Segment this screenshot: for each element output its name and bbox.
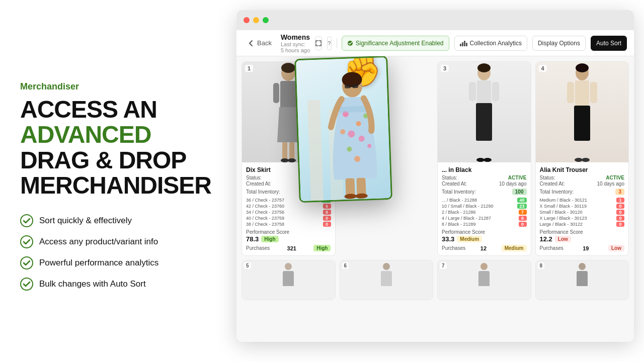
bottom-card-8-img: 8	[536, 260, 629, 300]
variant-row: 8 / Black - 21289 0	[442, 221, 527, 227]
card-4-purchases-badge: Low	[608, 245, 624, 251]
auto-sort-button[interactable]: Auto Sort	[591, 36, 627, 51]
card-3-inventory: Total Inventory: 100	[442, 189, 527, 195]
card-1-status-label: Status:	[246, 175, 262, 180]
svg-point-23	[576, 63, 589, 72]
variant-row: ... / Black - 21288 40	[442, 197, 527, 203]
bottom-card-5-num: 5	[244, 262, 251, 269]
variant-row: 38 / Check - 23758 0	[246, 221, 331, 227]
minimize-button[interactable]	[253, 17, 259, 23]
card-3-purchases-val: 12	[480, 245, 487, 251]
variant-label: Medium / Black - 30121	[540, 198, 588, 203]
variant-label: 10 / Small / Black - 21290	[442, 204, 494, 209]
variant-label: X Large / Black - 30123	[540, 216, 587, 221]
svg-rect-49	[356, 178, 366, 196]
card-1-purchases-badge: High	[313, 245, 331, 251]
card-3-perf-score-row: 33.3 Medium	[442, 235, 527, 243]
bottom-card-7[interactable]: 7	[437, 260, 531, 300]
display-options-button[interactable]: Display Options	[532, 36, 586, 51]
expand-button[interactable]	[315, 36, 322, 50]
sig-btn-label: Significance Adjustment Enabled	[356, 40, 444, 47]
card-3-created: Created At: 10 days ago	[442, 181, 527, 187]
close-button[interactable]	[244, 17, 250, 23]
variant-label: 42 / Check - 23760	[246, 204, 284, 209]
variant-count: 0	[519, 222, 527, 227]
card-3-info: ... in Black Status: ACTIVE Created At: …	[438, 162, 531, 255]
variant-row: 34 / Check - 23756 8	[246, 209, 331, 215]
check-icon-3	[20, 256, 33, 269]
variant-row: 2 / Black - 21286 7	[442, 209, 527, 215]
variant-count: 6	[519, 216, 527, 221]
browser-window: Back Womens Last sync: 5 hours ago ?	[236, 10, 634, 342]
card-1-purchases: Purchases 321 High	[246, 245, 331, 251]
variant-row: 4 / Large / Black - 21287 6	[442, 215, 527, 221]
back-button[interactable]: Back	[244, 37, 276, 49]
collection-analytics-button[interactable]: Collection Analytics	[454, 36, 527, 51]
bottom-card-5-img: 5	[242, 260, 335, 300]
card-4-perf-badge: Low	[555, 236, 571, 242]
variant-row: Medium / Black - 30121 1	[540, 197, 625, 203]
card-3-variants: ... / Black - 21288 40 10 / Small / Blac…	[442, 197, 527, 227]
sig-check-icon	[347, 40, 353, 46]
title-area: Womens Last sync: 5 hours ago	[281, 33, 310, 53]
variant-label: 36 / Check - 23757	[246, 198, 284, 203]
card-3-created-label: Created At:	[442, 181, 467, 187]
card-4-status: Status: ACTIVE	[540, 175, 625, 180]
bottom-card-8-num: 8	[538, 262, 545, 269]
variant-row: 10 / Small / Black - 21290 23	[442, 203, 527, 209]
variant-count: 0	[616, 210, 624, 215]
card-1-inv-label: Total Inventory:	[246, 189, 280, 195]
card-1-purchases-val: 321	[287, 245, 296, 251]
headline-line1: ACCESS AN	[20, 96, 157, 123]
variant-count: 0	[323, 216, 331, 221]
dragged-card-image: ✊	[296, 57, 391, 201]
feature-4: Bulk changes with Auto Sort	[20, 278, 216, 291]
bottom-card-6[interactable]: 6	[340, 260, 434, 300]
card-1-purchases-label: Purchases	[246, 245, 270, 251]
svg-rect-27	[590, 82, 597, 103]
help-button[interactable]: ?	[327, 36, 332, 50]
significance-adjustment-button[interactable]: Significance Adjustment Enabled	[342, 36, 449, 51]
card-3-status-label: Status:	[442, 175, 457, 180]
card-4-purchases-label: Purchases	[540, 245, 564, 251]
variant-label: 38 / Check - 23758	[246, 222, 284, 227]
card-4-perf-score: 12.2	[540, 235, 552, 243]
maximize-button[interactable]	[263, 17, 269, 23]
bottom-card-8[interactable]: 8	[535, 260, 629, 300]
dragged-product-silhouette	[296, 57, 392, 201]
card-3-perf-label: Performance Score	[442, 229, 527, 235]
card-4-created-label: Created At:	[540, 181, 565, 187]
product-card-3[interactable]: 3	[437, 61, 531, 256]
card-1-perf-score: 78.3	[246, 235, 259, 243]
variant-label: 34 / Check - 23756	[246, 210, 284, 215]
dragged-card[interactable]: ✊	[294, 56, 392, 203]
bottom-card-7-num: 7	[440, 262, 447, 269]
bottom-card-6-img: 6	[340, 260, 433, 300]
bottom-card-7-img: 7	[438, 260, 531, 300]
card-3-number: 3	[441, 65, 449, 72]
variant-label: 8 / Black - 21289	[442, 222, 476, 227]
svg-rect-18	[469, 82, 476, 101]
app-content: Back Womens Last sync: 5 hours ago ?	[236, 30, 634, 342]
page-title: Womens	[281, 33, 310, 41]
variant-label: X Small / Black - 30119	[540, 204, 587, 209]
headline-line3: DRAG & DROP	[20, 147, 186, 173]
card-4-inventory: Total Inventory: 3	[540, 189, 625, 195]
variant-row: X Large / Black - 30123 0	[540, 215, 625, 221]
svg-point-21	[484, 158, 492, 162]
bottom-card-5[interactable]: 5	[242, 260, 336, 300]
card-4-purchases-val: 19	[583, 245, 589, 251]
variant-count: 6	[323, 204, 331, 209]
card-3-perf-badge: Medium	[457, 236, 482, 242]
feature-3: Powerful performance analytics	[20, 256, 216, 269]
variant-label: ... / Black - 21288	[442, 198, 477, 203]
card-4-inv-val: 3	[615, 189, 624, 195]
product-card-4[interactable]: 4	[535, 61, 629, 256]
svg-rect-16	[477, 80, 491, 103]
help-icon: ?	[328, 40, 331, 46]
variant-count: 8	[323, 210, 331, 215]
svg-rect-48	[345, 178, 355, 196]
card-4-status-val: ACTIVE	[606, 175, 624, 180]
check-icon-2	[20, 235, 33, 248]
card-4-inv-label: Total Inventory:	[540, 189, 574, 195]
